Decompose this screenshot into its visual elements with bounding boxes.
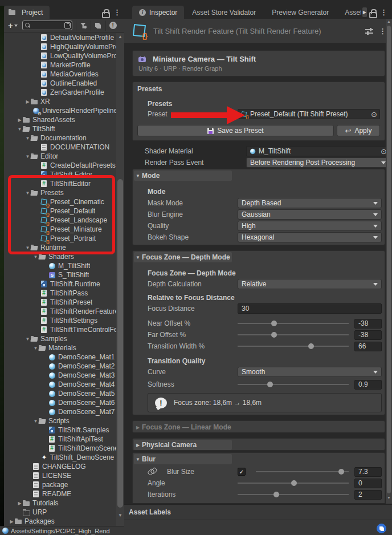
- tree-item[interactable]: Preset_Default: [4, 206, 116, 216]
- foldout-arrow-icon[interactable]: ▶: [24, 99, 31, 104]
- tree-item[interactable]: Preset_Cinematic: [4, 197, 116, 206]
- tree-item[interactable]: HighQualityVolumeProfile: [4, 42, 116, 51]
- lock-icon[interactable]: [369, 9, 375, 16]
- tab-asset-store-tools[interactable]: Asset Sto: [337, 6, 361, 19]
- focus-distance-field[interactable]: 30: [238, 303, 382, 314]
- tree-item[interactable]: TiltShift.Editor: [4, 170, 116, 179]
- tree-item[interactable]: TiltShiftDemoScene: [4, 444, 116, 453]
- transition-width-value[interactable]: 66: [354, 342, 382, 351]
- tab-inspector[interactable]: i Inspector: [132, 6, 184, 19]
- transition-width-slider[interactable]: [238, 341, 349, 351]
- depth-calculation-dropdown[interactable]: Relative: [238, 279, 382, 289]
- tree-item[interactable]: CreateDefaultPresets: [4, 161, 116, 170]
- tree-item[interactable]: ▼ Runtime: [4, 243, 116, 252]
- more-tabs-icon[interactable]: ▶: [362, 7, 367, 17]
- tree-item[interactable]: ▼ Samples: [4, 334, 116, 343]
- shader-material-field[interactable]: M_TiltShift: [246, 146, 386, 156]
- foldout-arrow-icon[interactable]: ▼: [24, 245, 31, 250]
- angle-value[interactable]: 0: [354, 479, 382, 488]
- focus-depth-foldout[interactable]: ▼ Focus Zone — Depth Mode: [134, 252, 383, 262]
- tree-item[interactable]: ZenGardenProfile: [4, 88, 116, 97]
- foldout-arrow-icon[interactable]: ▼: [24, 136, 31, 141]
- tree-item[interactable]: MarketProfile: [4, 60, 116, 70]
- curve-dropdown[interactable]: Smooth: [238, 367, 382, 377]
- tab-preview-generator[interactable]: Preview Generator: [264, 6, 337, 19]
- scroll-up-icon[interactable]: ▲: [116, 34, 124, 39]
- tree-item[interactable]: TiltShiftEditor: [4, 179, 116, 188]
- softness-slider[interactable]: [238, 379, 349, 390]
- tree-item[interactable]: Preset_Landscape: [4, 216, 116, 225]
- blur-size-value[interactable]: 7.3: [354, 467, 382, 477]
- filter-by-type-icon[interactable]: [76, 21, 91, 31]
- tree-item[interactable]: Preset_Portrait: [4, 234, 116, 243]
- tree-item[interactable]: ▼ Materials: [4, 343, 116, 352]
- near-offset-value[interactable]: -38: [354, 319, 382, 329]
- save-as-preset-button[interactable]: Save as Preset: [137, 125, 334, 136]
- tree-item[interactable]: README: [4, 489, 116, 498]
- hidden-packages-icon[interactable]: !: [105, 21, 120, 31]
- blur-size-checkbox[interactable]: ✓: [238, 468, 246, 476]
- tree-item[interactable]: TiltShiftTimeControlFeature: [4, 325, 116, 334]
- tree-item[interactable]: TiltShiftSettings: [4, 316, 116, 325]
- tree-item[interactable]: ▼ Presets: [4, 188, 116, 197]
- tree-item[interactable]: ▼ Documentation: [4, 133, 116, 143]
- tree-item[interactable]: ▶ XR: [4, 97, 116, 106]
- tree-item[interactable]: ▼ TiltShift: [4, 124, 116, 133]
- filter-by-label-icon[interactable]: [91, 21, 105, 31]
- tree-item[interactable]: ▶ Tutorials: [4, 498, 116, 508]
- inspector-scrollbar[interactable]: ▲ ▼: [386, 19, 392, 504]
- tree-item[interactable]: DemoScene_Mat7: [4, 407, 116, 416]
- iterations-value[interactable]: 2: [354, 490, 382, 500]
- tree-item[interactable]: DemoScene_Mat1: [4, 352, 116, 362]
- tree-item[interactable]: OutlineEnabled: [4, 79, 116, 88]
- foldout-arrow-icon[interactable]: ▼: [32, 346, 39, 351]
- tree-item[interactable]: ▶ Packages: [4, 517, 116, 526]
- render-pass-dropdown[interactable]: Before Rendering Post Processing: [246, 157, 386, 168]
- foldout-arrow-icon[interactable]: ▼: [17, 127, 23, 132]
- tree-item[interactable]: UniversalRenderPipelineGlobal: [4, 106, 116, 115]
- foldout-arrow-icon[interactable]: ▼: [24, 154, 31, 159]
- tab-asset-store-validator[interactable]: Asset Store Validator: [184, 6, 264, 19]
- tree-item[interactable]: DemoScene_Mat2: [4, 362, 116, 371]
- far-offset-slider[interactable]: [238, 330, 349, 340]
- focus-linear-foldout[interactable]: ▶ Focus Zone — Linear Mode: [134, 422, 383, 432]
- menu-kebab-icon[interactable]: [380, 8, 387, 17]
- tree-item[interactable]: S_TiltShift: [4, 270, 116, 279]
- tree-item[interactable]: DefaultVolumeProfile: [4, 33, 116, 42]
- tree-item[interactable]: Preset_Miniature: [4, 225, 116, 234]
- angle-slider[interactable]: [238, 478, 349, 488]
- tree-item[interactable]: DOCUMENTATION: [4, 143, 116, 152]
- scrollbar-thumb[interactable]: [117, 179, 123, 508]
- iterations-slider[interactable]: [238, 489, 349, 500]
- tree-item[interactable]: TiltShift_DemoScene: [4, 453, 116, 462]
- tree-item[interactable]: TiltShiftRenderFeature: [4, 307, 116, 316]
- tree-item[interactable]: DemoScene_Mat3: [4, 371, 116, 380]
- quality-dropdown[interactable]: High: [238, 221, 382, 231]
- blur-engine-dropdown[interactable]: Gaussian: [238, 209, 382, 220]
- scroll-down-icon[interactable]: ▼: [116, 513, 124, 518]
- tree-item[interactable]: URP: [4, 508, 116, 517]
- menu-kebab-icon[interactable]: [113, 8, 121, 17]
- far-offset-value[interactable]: -38: [354, 330, 382, 340]
- tree-item[interactable]: ▼ Shaders: [4, 252, 116, 261]
- tree-item[interactable]: TiltShift.Runtime: [4, 279, 116, 289]
- object-picker-icon[interactable]: [371, 110, 377, 119]
- tab-project[interactable]: Project: [4, 6, 50, 19]
- presets-manager-icon[interactable]: [365, 27, 373, 34]
- tree-item[interactable]: TiltShiftPass: [4, 289, 116, 298]
- physical-camera-foldout[interactable]: ▶ Physical Camera: [134, 440, 383, 450]
- link-icon[interactable]: [148, 468, 167, 476]
- search-box[interactable]: [22, 21, 72, 30]
- scrollbar-thumb[interactable]: [387, 26, 391, 493]
- scroll-down-icon[interactable]: ▼: [386, 496, 392, 500]
- foldout-arrow-icon[interactable]: ▶: [9, 519, 15, 524]
- lock-icon[interactable]: [102, 9, 108, 16]
- mask-mode-dropdown[interactable]: Depth Based: [238, 198, 382, 208]
- tree-item[interactable]: LICENSE: [4, 471, 116, 480]
- tree-item[interactable]: MediaOverrides: [4, 70, 116, 79]
- search-input[interactable]: [31, 22, 64, 29]
- tree-item[interactable]: TiltShiftApiTest: [4, 435, 116, 444]
- tree-item[interactable]: LowQualityVolumeProfile: [4, 51, 116, 60]
- blur-size-slider[interactable]: [256, 467, 349, 477]
- tree-item[interactable]: DemoScene_Mat4: [4, 380, 116, 389]
